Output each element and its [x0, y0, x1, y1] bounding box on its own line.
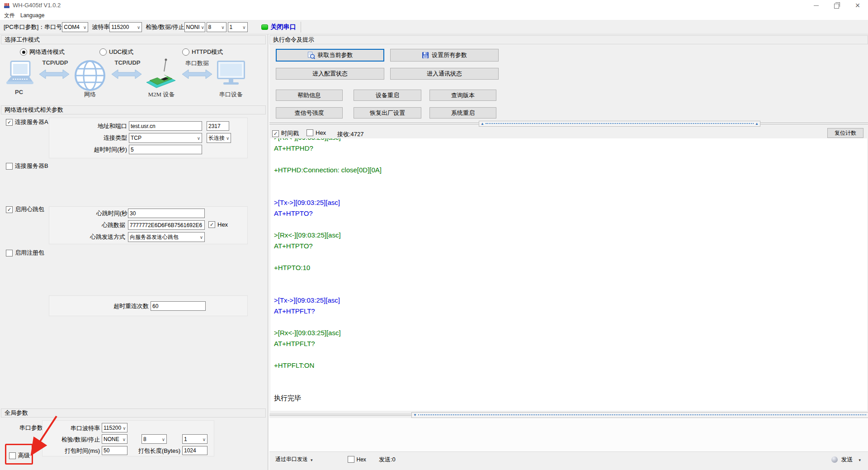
get-params-label: 获取当前参数 [318, 51, 353, 59]
minimize-button[interactable] [806, 0, 826, 11]
timestamp-checkbox[interactable]: 时间戳 [272, 129, 299, 138]
conn-type-label: 连接类型 [49, 134, 127, 142]
query-version-button[interactable]: 查询版本 [429, 90, 496, 101]
port-open-indicator-icon [261, 24, 268, 30]
chevron-down-icon [220, 24, 224, 30]
factory-reset-button[interactable]: 恢复出厂设置 [354, 107, 421, 119]
help-button[interactable]: 帮助信息 [276, 90, 343, 101]
global-stopbits-select[interactable]: 1 [182, 434, 208, 444]
server-a-checkbox[interactable]: 连接服务器A [6, 118, 48, 126]
right-panel: 执行命令及提示 获取当前参数 设置所有参数 进入配置状态 进入通讯状态 帮助信息… [269, 34, 868, 470]
splitter-line [269, 414, 411, 416]
h-splitter-bottom[interactable] [411, 412, 868, 418]
diagram-m2m-label: M2M 设备 [142, 90, 181, 99]
reset-counter-button[interactable]: 复位计数 [827, 128, 863, 138]
server-a-address-input[interactable]: test.usr.cn [129, 121, 202, 131]
radio-net-mode[interactable]: 网络透传模式 [20, 48, 65, 56]
send-bar: 通过串口发送 Hex 发送:0 发送 [269, 451, 868, 467]
enter-comm-button[interactable]: 进入通讯状态 [390, 68, 499, 80]
parity-label: 检验/数据/停止 [146, 23, 184, 31]
device-reboot-button[interactable]: 设备重启 [354, 90, 421, 101]
timeout-label: 超时时间(秒) [49, 146, 127, 154]
radio-icon [20, 48, 27, 56]
splitter-line [760, 123, 868, 124]
heartbeat-label: 启用心跳包 [15, 205, 44, 214]
conn-type-select[interactable]: TCP [129, 133, 202, 143]
heartbeat-box: 心跳时间(秒 30 心跳数据 7777772E6D6F6B7561692E6 H… [49, 206, 248, 244]
timeout-input[interactable]: 5 [129, 145, 202, 154]
send-hex-checkbox[interactable]: Hex [348, 456, 366, 463]
diagram-pc-label: PC [5, 89, 33, 95]
heartbeat-hex-checkbox[interactable]: Hex [208, 221, 228, 228]
close-button[interactable] [847, 0, 868, 11]
chevron-down-icon [225, 135, 229, 141]
heartbeat-data-label: 心跳数据 [49, 221, 125, 229]
double-arrow-icon [182, 69, 212, 80]
heartbeat-checkbox[interactable]: 启用心跳包 [6, 205, 44, 214]
set-params-button[interactable]: 设置所有参数 [390, 49, 499, 62]
log-hex-checkbox[interactable]: Hex [307, 129, 326, 136]
log-line: 执行完毕 [270, 393, 867, 404]
heartbeat-mode-select[interactable]: 向服务器发送心跳包 [128, 232, 205, 242]
advanced-checkbox[interactable]: 高级 [9, 451, 30, 460]
send-via-serial-dropdown[interactable]: 通过串口发送 [272, 454, 316, 465]
heartbeat-time-input[interactable]: 30 [128, 209, 205, 218]
radio-net-label: 网络透传模式 [29, 48, 65, 56]
log-line [270, 349, 867, 360]
h-splitter-top[interactable] [479, 121, 760, 127]
chevron-down-icon [136, 24, 140, 30]
send-input-area[interactable] [269, 418, 868, 451]
log-line [270, 176, 867, 186]
log-hex-label: Hex [316, 129, 326, 136]
restore-button[interactable] [826, 0, 847, 11]
parity-select[interactable]: NONI [184, 22, 205, 32]
radio-udc-mode[interactable]: UDC模式 [99, 48, 133, 56]
send-icon [831, 456, 838, 463]
splitter-dots-icon [418, 414, 866, 415]
keepalive-select[interactable]: 长连接 [207, 133, 231, 143]
chevron-down-icon [198, 234, 203, 240]
global-databits-select[interactable]: 8 [142, 434, 167, 444]
baud-select[interactable]: 115200 [109, 22, 142, 32]
databits-select[interactable]: 8 [207, 22, 226, 32]
pack-time-input[interactable]: 50 [102, 446, 127, 455]
chevron-down-icon [160, 436, 165, 442]
log-line [270, 317, 867, 328]
system-reboot-label: 系统重启 [451, 109, 475, 117]
log-line: +HTPHD:Connection: close[0D][0A] [270, 165, 867, 176]
pack-time-label: 打包时间(ms) [42, 447, 100, 455]
menu-language[interactable]: Language [18, 11, 47, 19]
get-params-button[interactable]: 获取当前参数 [276, 49, 384, 62]
global-baud-select[interactable]: 115200 [102, 423, 127, 432]
signal-strength-button[interactable]: 查信号强度 [276, 107, 343, 119]
server-b-label: 连接服务器B [15, 162, 48, 170]
double-arrow-icon [39, 69, 70, 80]
radio-httpd-mode[interactable]: HTTPD模式 [182, 48, 223, 56]
serial-params-label: 串口参数 [19, 424, 43, 432]
server-a-port-input[interactable]: 2317 [207, 121, 229, 131]
global-parity-select[interactable]: NONE [102, 434, 127, 444]
log-line [270, 219, 867, 230]
radio-httpd-label: HTTPD模式 [192, 48, 223, 56]
chevron-down-icon [241, 24, 245, 30]
stopbits-select[interactable]: 1 [228, 22, 248, 32]
enter-config-label: 进入配置状态 [312, 70, 348, 78]
close-port-button[interactable]: 关闭串口 [261, 23, 296, 31]
pack-len-input[interactable]: 1024 [182, 446, 208, 455]
splitter-line [269, 123, 479, 124]
com-port-select[interactable]: COM4 [62, 22, 88, 32]
heartbeat-data-input[interactable]: 7777772E6D6F6B7561692E6 [128, 220, 205, 230]
enter-config-button[interactable]: 进入配置状态 [276, 68, 384, 80]
log-area-lines: >[Rx<-][09:03:25][asc]AT+HTPHD?+HTPHD:Co… [270, 138, 867, 404]
register-checkbox[interactable]: 启用注册包 [6, 249, 44, 257]
log-area[interactable]: >[Rx<-][09:03:25][asc]AT+HTPHD?+HTPHD:Co… [270, 138, 867, 411]
serial-toolbar: [PC串口参数]：串口号 COM4 波特率 115200 检验/数据/停止 NO… [0, 20, 868, 34]
system-reboot-button[interactable]: 系统重启 [429, 107, 496, 119]
menu-file[interactable]: 文件 [2, 11, 17, 19]
checkbox-icon [6, 163, 13, 170]
checkbox-icon [9, 452, 16, 459]
signal-strength-label: 查信号强度 [295, 109, 324, 117]
send-button[interactable]: 发送 [831, 456, 861, 464]
server-b-checkbox[interactable]: 连接服务器B [6, 162, 48, 170]
reconnect-input[interactable]: 60 [151, 301, 206, 311]
